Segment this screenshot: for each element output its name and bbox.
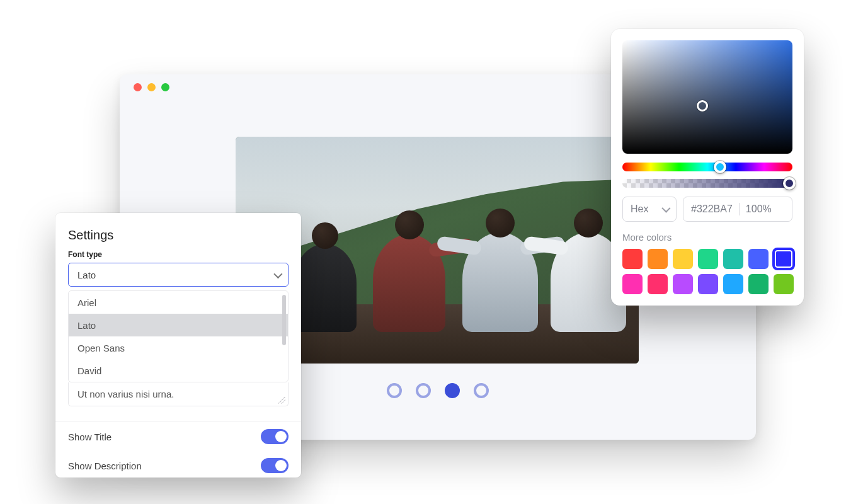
chevron-down-icon xyxy=(662,203,668,215)
pager-dot-4[interactable] xyxy=(474,383,489,398)
color-swatch[interactable] xyxy=(622,249,643,269)
hue-slider-thumb[interactable] xyxy=(714,161,726,173)
color-swatch[interactable] xyxy=(723,249,743,269)
pager-dot-1[interactable] xyxy=(387,383,402,398)
toggle-row-show-title: Show Title xyxy=(68,422,289,451)
separator xyxy=(739,203,740,215)
color-swatch[interactable] xyxy=(698,274,718,294)
dropdown-scrollbar-thumb[interactable] xyxy=(282,295,286,345)
font-option-david[interactable]: David xyxy=(69,359,288,382)
saturation-cursor[interactable] xyxy=(697,100,708,112)
pager-dot-2[interactable] xyxy=(416,383,431,398)
opacity-value: 100% xyxy=(746,203,772,215)
resize-grip-icon[interactable] xyxy=(278,396,285,404)
hex-value: #322BA7 xyxy=(691,203,733,215)
window-minimize-button[interactable] xyxy=(147,83,156,91)
color-swatch[interactable] xyxy=(648,274,668,294)
color-swatch[interactable] xyxy=(723,274,743,294)
color-picker-panel: Hex #322BA7 100% More colors xyxy=(611,29,804,306)
settings-title: Settings xyxy=(68,228,289,243)
font-option-ariel[interactable]: Ariel xyxy=(69,291,288,314)
hue-slider[interactable] xyxy=(622,163,792,171)
toggle-label: Show Title xyxy=(68,432,111,442)
font-type-select[interactable]: Lato xyxy=(68,263,289,287)
color-swatch[interactable] xyxy=(673,249,693,269)
font-type-label: Font type xyxy=(68,250,289,259)
color-value-input[interactable]: #322BA7 100% xyxy=(683,197,792,222)
description-textarea[interactable]: Ut non varius nisi urna. xyxy=(68,382,289,406)
color-swatch[interactable] xyxy=(774,274,794,294)
color-swatch[interactable] xyxy=(698,249,718,269)
settings-panel: Settings Font type Lato ArielLatoOpen Sa… xyxy=(55,213,301,478)
color-swatch[interactable] xyxy=(622,274,643,294)
chevron-down-icon xyxy=(274,270,280,280)
color-format-value: Hex xyxy=(631,203,648,215)
font-type-dropdown: ArielLatoOpen SansDavid xyxy=(68,290,289,382)
color-swatch[interactable] xyxy=(673,274,693,294)
color-swatch[interactable] xyxy=(774,249,794,269)
pager-dot-3[interactable] xyxy=(445,383,460,398)
more-colors-label: More colors xyxy=(622,232,792,243)
window-close-button[interactable] xyxy=(134,83,142,91)
toggle-switch-show-title[interactable] xyxy=(261,429,289,444)
color-swatch[interactable] xyxy=(748,249,769,269)
font-option-open-sans[interactable]: Open Sans xyxy=(69,336,288,359)
toggle-label: Show Description xyxy=(68,461,142,471)
color-swatch-grid xyxy=(622,249,792,294)
description-textarea-value: Ut non varius nisi urna. xyxy=(77,389,174,399)
opacity-slider-thumb[interactable] xyxy=(783,177,796,190)
color-format-select[interactable]: Hex xyxy=(622,197,677,222)
window-zoom-button[interactable] xyxy=(161,83,169,91)
font-option-lato[interactable]: Lato xyxy=(69,314,288,336)
toggle-row-show-description: Show Description xyxy=(68,451,289,480)
color-swatch[interactable] xyxy=(648,249,668,269)
saturation-field[interactable] xyxy=(622,40,792,154)
color-swatch[interactable] xyxy=(748,274,769,294)
font-type-selected-value: Lato xyxy=(77,270,96,280)
opacity-slider[interactable] xyxy=(622,179,792,188)
toggle-switch-show-description[interactable] xyxy=(261,458,289,473)
